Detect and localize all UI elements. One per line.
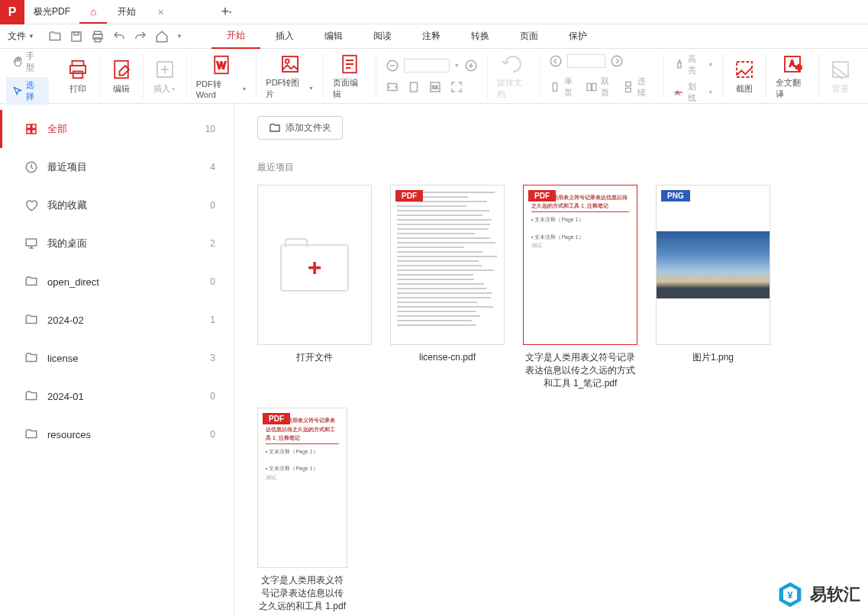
folder-icon <box>24 389 38 403</box>
single-page-button[interactable]: 单页 <box>549 76 581 98</box>
open-icon[interactable] <box>48 30 62 44</box>
folder-icon <box>24 275 38 289</box>
qat-caret-icon[interactable]: ▼ <box>176 33 182 40</box>
actual-size-icon[interactable]: 1:1 <box>428 80 442 94</box>
svg-rect-25 <box>592 83 596 90</box>
hand-icon <box>12 56 23 67</box>
file-card[interactable]: PDF文字是人类用表义符号记录表达信息以传之久远的方式和工具 1_注释笔记• 文… <box>257 408 347 612</box>
sidebar-item-resources[interactable]: resources0 <box>0 415 234 453</box>
sidebar: 全部10最近项目4我的收藏0我的桌面2open_direct02024-021l… <box>0 104 234 616</box>
image-icon <box>279 53 302 76</box>
menu-tab-protect[interactable]: 保护 <box>553 24 602 49</box>
menu-tabs: 开始 插入 编辑 阅读 注释 转换 页面 保护 <box>211 24 602 49</box>
app-name: 极光PDF <box>24 0 79 24</box>
pdf-to-image-button[interactable]: PDF转图片▼ <box>257 53 324 99</box>
print-label: 打印 <box>69 83 86 95</box>
app-logo: P <box>0 0 24 24</box>
sidebar-item-count: 10 <box>205 124 215 134</box>
menu-tab-page[interactable]: 页面 <box>505 24 553 49</box>
fit-page-icon[interactable] <box>407 80 421 94</box>
zoom-in-icon[interactable] <box>464 59 478 73</box>
tab-add-button[interactable]: +• <box>214 0 238 24</box>
sidebar-item-我的桌面[interactable]: 我的桌面2 <box>0 224 234 263</box>
undo-icon[interactable] <box>112 30 126 44</box>
cursor-mode-group: 手型 选择 <box>6 48 49 105</box>
svg-rect-23 <box>553 82 557 91</box>
close-icon[interactable]: × <box>157 6 163 18</box>
insert-button[interactable]: 插入▼ <box>144 53 187 99</box>
fulltext-translate-button[interactable]: A中 全文翻译 <box>766 53 819 99</box>
recent-file-grid: +打开文件PDFlicense-cn.pdfPDF文字是人类用表义符号记录表达信… <box>257 185 868 613</box>
clock-icon <box>24 160 38 174</box>
fit-width-icon[interactable] <box>386 80 399 94</box>
file-menu-button[interactable]: 文件 ▼ <box>0 24 42 49</box>
svg-point-13 <box>285 59 289 63</box>
page-edit-button[interactable]: 页面编辑 <box>324 53 376 99</box>
nav-right-icon[interactable] <box>610 54 624 68</box>
menu-tab-annotate[interactable]: 注释 <box>407 24 456 49</box>
insert-icon <box>153 58 176 81</box>
file-card[interactable]: PNG图片1.png <box>656 185 770 389</box>
svg-rect-26 <box>625 82 631 85</box>
file-card[interactable]: PDFlicense-cn.pdf <box>390 185 505 389</box>
select-mode-label: 选择 <box>26 79 43 102</box>
zoom-out-icon[interactable] <box>386 59 399 73</box>
menu-tab-edit[interactable]: 编辑 <box>309 24 358 49</box>
background-button[interactable]: 背景 <box>819 53 862 99</box>
file-card[interactable]: PDF文字是人类用表义符号记录表达信息以传之久远的方式和工具 1_注释笔记• 文… <box>523 185 637 389</box>
sidebar-item-2024-02[interactable]: 2024-021 <box>0 301 234 339</box>
sidebar-item-license[interactable]: license3 <box>0 339 234 377</box>
save-icon[interactable] <box>69 30 83 44</box>
recent-section-title: 最近项目 <box>257 161 868 174</box>
sidebar-item-count: 2 <box>210 238 215 249</box>
desktop-icon <box>24 237 38 250</box>
sidebar-item-label: 最近项目 <box>47 160 87 174</box>
title-bar: P 极光PDF ⌂ 开始 × +• <box>0 0 868 24</box>
folder-icon <box>269 122 281 134</box>
add-folder-button[interactable]: 添加文件夹 <box>257 116 343 140</box>
svg-rect-1 <box>74 32 79 35</box>
continuous-button[interactable]: 连续 <box>622 76 654 98</box>
translate-icon: A中 <box>781 53 804 76</box>
zoom-caret-icon[interactable]: ▼ <box>454 63 460 68</box>
edit-button[interactable]: 编辑 <box>100 53 144 99</box>
sidebar-item-我的收藏[interactable]: 我的收藏0 <box>0 186 234 224</box>
watermark-logo-icon: ¥ <box>776 581 804 608</box>
print-icon[interactable] <box>91 30 105 44</box>
sidebar-item-2024-01[interactable]: 2024-010 <box>0 377 234 415</box>
menu-tab-convert[interactable]: 转换 <box>456 24 505 49</box>
page-number-input[interactable] <box>567 54 605 68</box>
svg-text:¥: ¥ <box>787 590 792 601</box>
tab-home[interactable]: ⌂ <box>79 0 107 24</box>
highlight-button[interactable]: 高亮▼ <box>673 53 714 76</box>
rotate-doc-button[interactable]: 旋转文档 <box>488 53 540 99</box>
fullscreen-icon[interactable] <box>450 80 463 94</box>
ribbon: 手型 选择 打印 编辑 插入▼ W PDF转Word▼ PDF转图片▼ 页面编辑 <box>0 49 868 104</box>
print-button[interactable]: 打印 <box>56 53 100 99</box>
menu-tab-start[interactable]: 开始 <box>211 24 260 49</box>
screenshot-button[interactable]: 截图 <box>723 53 766 99</box>
select-mode-button[interactable]: 选择 <box>6 77 49 105</box>
redo-icon[interactable] <box>134 30 147 44</box>
word-icon: W <box>210 53 233 76</box>
sidebar-item-label: 我的桌面 <box>47 237 87 250</box>
svg-rect-0 <box>72 32 81 41</box>
home-icon: ⌂ <box>90 5 96 18</box>
strikethrough-button[interactable]: A划线▼ <box>673 81 714 104</box>
double-page-button[interactable]: 双页 <box>586 76 618 98</box>
menu-tab-insert[interactable]: 插入 <box>260 24 309 49</box>
sidebar-item-open_direct[interactable]: open_direct0 <box>0 263 234 301</box>
svg-rect-37 <box>27 130 31 134</box>
pdf-to-word-button[interactable]: W PDF转Word▼ <box>187 53 257 99</box>
menu-tab-read[interactable]: 阅读 <box>358 24 407 49</box>
sidebar-item-最近项目[interactable]: 最近项目4 <box>0 148 234 186</box>
open-file-card[interactable]: +打开文件 <box>257 185 372 389</box>
hand-mode-button[interactable]: 手型 <box>6 48 49 76</box>
sidebar-item-全部[interactable]: 全部10 <box>0 110 234 148</box>
grid-icon <box>24 122 38 136</box>
nav-left-icon[interactable] <box>549 54 563 68</box>
tab-start[interactable]: 开始 × <box>107 0 214 24</box>
zoom-input[interactable] <box>404 59 450 73</box>
home-icon[interactable] <box>155 30 169 44</box>
sidebar-item-label: open_direct <box>47 276 99 288</box>
